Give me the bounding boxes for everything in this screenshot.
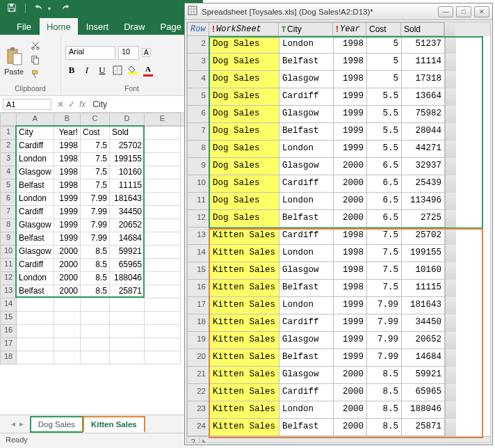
cell[interactable]: 1998 bbox=[54, 153, 81, 166]
sheet-nav-next-icon[interactable]: ► bbox=[18, 420, 25, 428]
cell[interactable]: Cardiff bbox=[17, 259, 54, 272]
cell[interactable]: 34450 bbox=[110, 206, 145, 219]
cell[interactable]: Sold bbox=[110, 127, 145, 140]
header-year[interactable]: !Year bbox=[333, 22, 366, 36]
preview-row[interactable]: 6Dog SalesGlasgow19995.575982 bbox=[187, 106, 490, 123]
cell[interactable]: 7.99 bbox=[81, 193, 110, 206]
preview-row[interactable]: 19Kitten SalesGlasgow19997.9920652 bbox=[187, 332, 490, 349]
fill-color-button[interactable] bbox=[127, 64, 139, 77]
cell[interactable]: Cardiff bbox=[17, 206, 54, 219]
minimize-button[interactable]: — bbox=[438, 6, 453, 17]
cell[interactable] bbox=[17, 338, 54, 351]
preview-row[interactable]: 20Kitten SalesBelfast19997.9914684 bbox=[187, 349, 490, 367]
cell[interactable]: 59921 bbox=[110, 246, 145, 259]
format-painter-icon[interactable] bbox=[31, 70, 40, 81]
cell[interactable]: 1999 bbox=[54, 206, 81, 219]
cell[interactable] bbox=[145, 325, 181, 338]
footer-handle-icon[interactable]: ◣ bbox=[200, 437, 211, 443]
cell[interactable]: 1999 bbox=[54, 193, 81, 206]
preview-row[interactable]: 4Dog SalesGlasgow1998517318 bbox=[187, 71, 490, 88]
enter-icon[interactable]: ✓ bbox=[68, 99, 75, 109]
header-worksheet[interactable]: !WorkSheet bbox=[209, 22, 279, 36]
column-header-b[interactable]: B bbox=[54, 113, 81, 126]
name-box[interactable]: A1 bbox=[3, 99, 51, 110]
cell[interactable] bbox=[145, 206, 181, 219]
preview-row[interactable]: 22Kitten SalesCardiff20008.565965 bbox=[187, 384, 490, 401]
cell[interactable] bbox=[145, 166, 181, 179]
cell[interactable] bbox=[145, 127, 181, 140]
save-icon[interactable] bbox=[7, 3, 17, 15]
cell[interactable] bbox=[145, 259, 181, 272]
bold-button[interactable]: B bbox=[65, 64, 78, 77]
fx-icon[interactable]: fx bbox=[79, 99, 86, 109]
cell[interactable]: 25871 bbox=[110, 285, 145, 298]
cell[interactable] bbox=[110, 312, 145, 325]
header-sold[interactable]: Sold bbox=[401, 22, 444, 36]
redo-icon[interactable] bbox=[60, 3, 70, 15]
cell[interactable]: 1999 bbox=[54, 219, 81, 232]
preview-row[interactable]: 2Dog SalesLondon1998551237 bbox=[187, 36, 490, 54]
formula-value[interactable]: City bbox=[90, 99, 107, 109]
cell[interactable]: 11115 bbox=[110, 179, 145, 193]
cell[interactable] bbox=[81, 351, 110, 365]
cell[interactable] bbox=[54, 312, 81, 325]
cell[interactable]: 20652 bbox=[110, 219, 145, 232]
tab-home[interactable]: Home bbox=[40, 18, 78, 35]
tab-file[interactable]: File bbox=[10, 18, 38, 35]
cell[interactable] bbox=[81, 312, 110, 325]
undo-dropdown-icon[interactable]: ▾ bbox=[48, 6, 52, 12]
cell[interactable] bbox=[81, 325, 110, 338]
cell[interactable] bbox=[145, 179, 181, 193]
cell[interactable]: 2000 bbox=[54, 259, 81, 272]
preview-row[interactable]: 16Kitten SalesBelfast19987.511115 bbox=[187, 280, 490, 297]
cell[interactable]: 7.99 bbox=[81, 206, 110, 219]
preview-row[interactable]: 17Kitten SalesLondon19997.99181643 bbox=[187, 297, 490, 314]
cell[interactable]: 2000 bbox=[54, 246, 81, 259]
preview-row[interactable]: 9Dog SalesGlasgow20006.532937 bbox=[187, 158, 490, 175]
row-header[interactable]: 16 bbox=[0, 325, 17, 338]
cell[interactable]: 7.99 bbox=[81, 232, 110, 246]
cell[interactable]: 1998 bbox=[54, 166, 81, 179]
cell[interactable] bbox=[17, 312, 54, 325]
cell[interactable] bbox=[145, 219, 181, 232]
sheet-tab-kitten-sales[interactable]: Kitten Sales bbox=[83, 416, 145, 433]
cell[interactable]: City bbox=[17, 127, 54, 140]
column-header-d[interactable]: D bbox=[110, 113, 145, 126]
column-header-a[interactable]: A bbox=[17, 113, 54, 126]
cell[interactable]: 8.5 bbox=[81, 246, 110, 259]
sheet-tab-dog-sales[interactable]: Dog Sales bbox=[30, 416, 83, 433]
preview-row[interactable]: 23Kitten SalesLondon20008.5188046 bbox=[187, 401, 490, 419]
select-all-corner[interactable] bbox=[0, 113, 17, 126]
cell[interactable]: 8.5 bbox=[81, 259, 110, 272]
preview-row[interactable]: 11Dog SalesLondon20006.5113496 bbox=[187, 193, 490, 210]
spreadsheet-grid[interactable]: ABCDE 1CityYear!CostSold2Cardiff19987.52… bbox=[0, 113, 203, 365]
row-header[interactable]: 18 bbox=[0, 351, 17, 365]
cell[interactable] bbox=[17, 298, 54, 312]
cell[interactable]: Cost bbox=[81, 127, 110, 140]
preview-titlebar[interactable]: Spreadsheet [Toysales.xls] (Dog Sales!A2… bbox=[185, 3, 492, 20]
row-header[interactable]: 3 bbox=[0, 153, 17, 166]
cell[interactable]: Glasgow bbox=[17, 219, 54, 232]
cell[interactable]: 181643 bbox=[110, 193, 145, 206]
preview-row[interactable]: 18Kitten SalesCardiff19997.9934450 bbox=[187, 314, 490, 332]
cell[interactable]: 8.5 bbox=[81, 272, 110, 285]
cell[interactable] bbox=[54, 338, 81, 351]
cell[interactable]: London bbox=[17, 153, 54, 166]
cell[interactable]: Belfast bbox=[17, 285, 54, 298]
row-header[interactable]: 10 bbox=[0, 246, 17, 259]
cell[interactable] bbox=[110, 351, 145, 365]
cell[interactable] bbox=[17, 351, 54, 365]
font-size-select[interactable]: 10 bbox=[118, 46, 139, 60]
cell[interactable]: 14684 bbox=[110, 232, 145, 246]
cell[interactable] bbox=[145, 232, 181, 246]
cell[interactable]: Glasgow bbox=[17, 166, 54, 179]
cell[interactable] bbox=[145, 312, 181, 325]
cell[interactable]: London bbox=[17, 272, 54, 285]
cell[interactable] bbox=[110, 338, 145, 351]
cell[interactable]: 7.99 bbox=[81, 219, 110, 232]
row-header[interactable]: 11 bbox=[0, 259, 17, 272]
cancel-icon[interactable]: ✕ bbox=[57, 99, 64, 109]
preview-row[interactable]: 15Kitten SalesGlasgow19987.510160 bbox=[187, 262, 490, 280]
cell[interactable]: Glasgow bbox=[17, 246, 54, 259]
cell[interactable]: Belfast bbox=[17, 232, 54, 246]
